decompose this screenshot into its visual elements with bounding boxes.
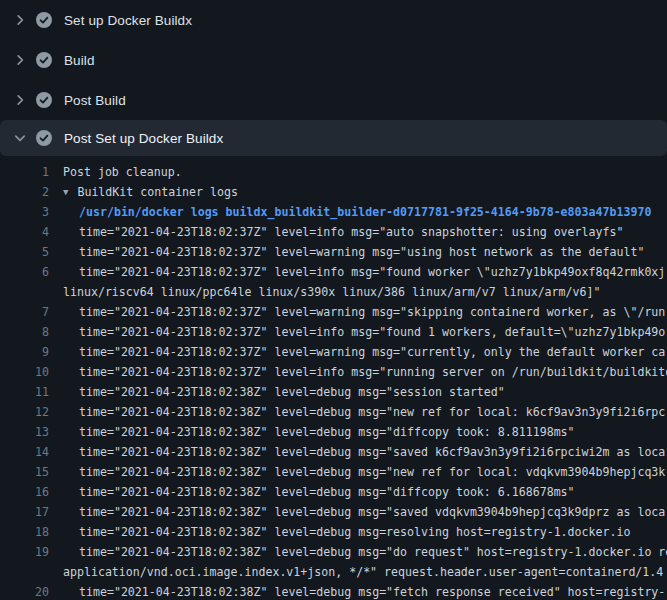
line-number[interactable]: 17: [0, 502, 49, 522]
chevron-right-icon[interactable]: [12, 52, 28, 68]
section-row-post-build[interactable]: Post Build: [0, 80, 667, 120]
actions-log-panel: Set up Docker BuildxBuildPost BuildPost …: [0, 0, 667, 600]
log-text: time="2021-04-23T18:02:38Z" level=debug …: [63, 465, 665, 479]
log-text: time="2021-04-23T18:02:38Z" level=debug …: [63, 405, 665, 419]
line-number[interactable]: 18: [0, 522, 49, 542]
section-label: Post Build: [64, 93, 126, 108]
section-row-post-set-up-docker-buildx[interactable]: Post Set up Docker Buildx: [0, 120, 667, 156]
section-row-set-up-docker-buildx[interactable]: Set up Docker Buildx: [0, 0, 667, 40]
log-line-continuation: application/vnd.oci.image.index.v1+json,…: [0, 562, 667, 582]
line-number[interactable]: 4: [0, 222, 49, 242]
line-number[interactable]: 12: [0, 402, 49, 422]
log-line: 17time="2021-04-23T18:02:38Z" level=debu…: [0, 502, 667, 522]
log-text: time="2021-04-23T18:02:37Z" level=info m…: [63, 365, 667, 379]
log-line: 14time="2021-04-23T18:02:38Z" level=debu…: [0, 442, 667, 462]
line-number[interactable]: 13: [0, 422, 49, 442]
log-group-label: BuildKit container logs: [68, 185, 238, 199]
log-line: 5time="2021-04-23T18:02:37Z" level=warni…: [0, 242, 667, 262]
section-label: Build: [64, 53, 95, 68]
section-label: Post Set up Docker Buildx: [64, 131, 223, 146]
log-text: time="2021-04-23T18:02:38Z" level=debug …: [63, 485, 575, 499]
log-text: time="2021-04-23T18:02:38Z" level=debug …: [63, 525, 630, 539]
log-text: linux/riscv64 linux/ppc64le linux/s390x …: [63, 285, 600, 299]
section-label: Set up Docker Buildx: [64, 13, 192, 28]
log-text: time="2021-04-23T18:02:37Z" level=warnin…: [63, 245, 644, 259]
log-line: 19time="2021-04-23T18:02:38Z" level=debu…: [0, 542, 667, 562]
log-line: 11time="2021-04-23T18:02:38Z" level=debu…: [0, 382, 667, 402]
line-number[interactable]: 11: [0, 382, 49, 402]
log-lines: 1Post job cleanup.2▼BuildKit container l…: [0, 156, 667, 600]
line-number[interactable]: 3: [0, 202, 49, 222]
check-circle-icon: [36, 52, 52, 68]
log-text: time="2021-04-23T18:02:38Z" level=debug …: [63, 505, 665, 519]
log-text: time="2021-04-23T18:02:38Z" level=debug …: [63, 425, 575, 439]
log-line: 2▼BuildKit container logs: [0, 182, 667, 202]
line-number[interactable]: 1: [0, 162, 49, 182]
log-line: 4time="2021-04-23T18:02:37Z" level=info …: [0, 222, 667, 242]
check-circle-icon: [36, 92, 52, 108]
log-text: time="2021-04-23T18:02:38Z" level=debug …: [63, 585, 665, 599]
log-line: 13time="2021-04-23T18:02:38Z" level=debu…: [0, 422, 667, 442]
line-number[interactable]: 5: [0, 242, 49, 262]
log-text: application/vnd.oci.image.index.v1+json,…: [63, 565, 663, 579]
log-line: 1Post job cleanup.: [0, 162, 667, 182]
chevron-right-icon[interactable]: [12, 92, 28, 108]
line-number[interactable]: 19: [0, 542, 49, 562]
log-line-continuation: linux/riscv64 linux/ppc64le linux/s390x …: [0, 282, 667, 302]
log-line: 18time="2021-04-23T18:02:38Z" level=debu…: [0, 522, 667, 542]
log-text: Post job cleanup.: [63, 165, 182, 179]
line-number[interactable]: 8: [0, 322, 49, 342]
log-command-text: /usr/bin/docker logs buildx_buildkit_bui…: [63, 205, 651, 219]
steps-list: Set up Docker BuildxBuildPost BuildPost …: [0, 0, 667, 156]
line-number[interactable]: 14: [0, 442, 49, 462]
line-number[interactable]: 6: [0, 262, 49, 282]
section-row-build[interactable]: Build: [0, 40, 667, 80]
line-number[interactable]: 10: [0, 362, 49, 382]
line-number[interactable]: 20: [0, 582, 49, 600]
log-line: 6time="2021-04-23T18:02:37Z" level=info …: [0, 262, 667, 282]
log-group-toggle[interactable]: ▼BuildKit container logs: [63, 185, 238, 199]
chevron-right-icon[interactable]: [12, 12, 28, 28]
log-text: time="2021-04-23T18:02:38Z" level=debug …: [63, 445, 665, 459]
log-line: 3/usr/bin/docker logs buildx_buildkit_bu…: [0, 202, 667, 222]
check-circle-icon: [36, 12, 52, 28]
log-text: time="2021-04-23T18:02:37Z" level=warnin…: [63, 305, 665, 319]
log-text: time="2021-04-23T18:02:37Z" level=warnin…: [63, 345, 665, 359]
log-line: 20time="2021-04-23T18:02:38Z" level=debu…: [0, 582, 667, 600]
line-number[interactable]: 15: [0, 462, 49, 482]
log-line: 9time="2021-04-23T18:02:37Z" level=warni…: [0, 342, 667, 362]
log-line: 15time="2021-04-23T18:02:38Z" level=debu…: [0, 462, 667, 482]
log-text: time="2021-04-23T18:02:37Z" level=info m…: [63, 325, 665, 339]
log-text: time="2021-04-23T18:02:37Z" level=info m…: [63, 225, 623, 239]
log-line: 12time="2021-04-23T18:02:38Z" level=debu…: [0, 402, 667, 422]
chevron-down-icon[interactable]: [12, 130, 28, 146]
line-number[interactable]: 2: [0, 182, 49, 202]
line-number[interactable]: 7: [0, 302, 49, 322]
check-circle-icon: [36, 130, 52, 146]
collapse-triangle-icon[interactable]: ▼: [63, 182, 68, 202]
log-text: time="2021-04-23T18:02:38Z" level=debug …: [63, 545, 667, 559]
log-line: 10time="2021-04-23T18:02:37Z" level=info…: [0, 362, 667, 382]
log-line: 7time="2021-04-23T18:02:37Z" level=warni…: [0, 302, 667, 322]
line-number[interactable]: 16: [0, 482, 49, 502]
log-text: time="2021-04-23T18:02:38Z" level=debug …: [63, 385, 505, 399]
log-line: 16time="2021-04-23T18:02:38Z" level=debu…: [0, 482, 667, 502]
log-text: time="2021-04-23T18:02:37Z" level=info m…: [63, 265, 665, 279]
line-number[interactable]: 9: [0, 342, 49, 362]
log-line: 8time="2021-04-23T18:02:37Z" level=info …: [0, 322, 667, 342]
